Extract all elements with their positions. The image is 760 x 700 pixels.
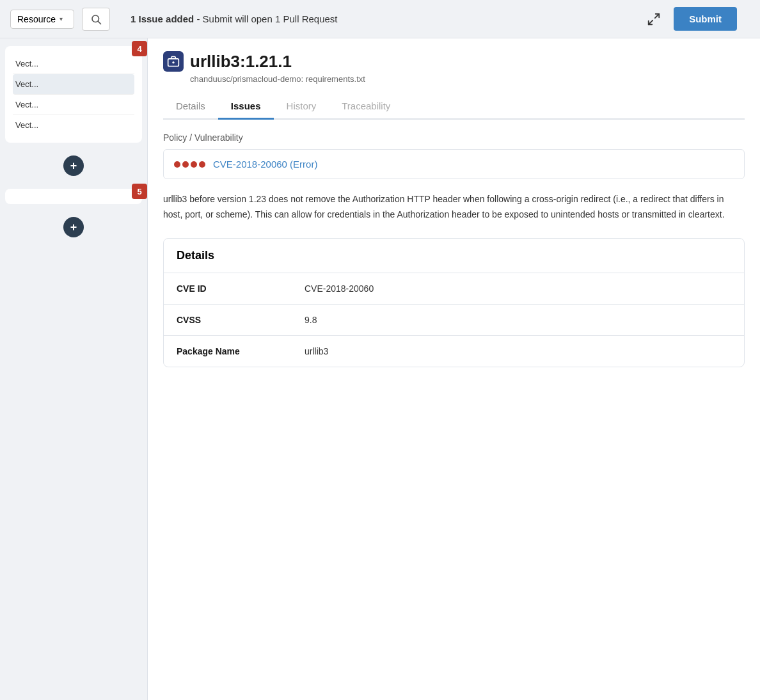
add-button-1[interactable]: + [63,155,84,176]
sidebar-item-1[interactable]: Vect... [13,54,134,74]
severity-dot-2 [182,161,189,168]
sidebar-item-4[interactable]: Vect... [13,115,134,135]
panel-body: Policy / Vulnerability CVE-2018-20060 (E… [148,120,760,700]
tab-details[interactable]: Details [163,94,218,120]
severity-dots [174,161,205,168]
details-row-cvss: CVSS 9.8 [164,305,744,336]
package-name-label: Package Name [177,346,305,356]
submit-button[interactable]: Submit [674,7,737,31]
package-name: urllib3:1.21.1 [190,52,292,72]
cve-id-value: CVE-2018-20060 [305,283,374,294]
details-card: Details CVE ID CVE-2018-20060 CVSS 9.8 P… [163,238,745,367]
tab-issues[interactable]: Issues [218,94,274,120]
cvss-value: 9.8 [305,315,317,325]
expand-icon[interactable] [644,10,663,29]
sidebar-card-1: 4 Vect... Vect... Vect... Vect... [5,46,142,143]
sidebar-item-2[interactable]: Vect... [13,74,134,95]
search-icon [90,13,102,25]
issue-count: 1 Issue added [131,13,194,24]
main-layout: 4 Vect... Vect... Vect... Vect... + 5 + [0,38,760,700]
top-bar: Resource ▾ 1 Issue added - Submit will o… [0,0,760,38]
details-card-title: Details [164,239,744,273]
section-label: Policy / Vulnerability [163,132,745,143]
badge-5: 5 [132,184,147,199]
cve-id-label: CVE ID [177,283,305,294]
chevron-down-icon: ▾ [59,15,63,22]
sidebar-card-2: 5 [5,189,142,204]
add-button-2[interactable]: + [63,217,84,237]
tabs-container: Details Issues History Traceability [163,94,745,120]
package-path: chanduusc/prismacloud-demo: requirements… [190,74,745,84]
details-row-cve-id: CVE ID CVE-2018-20060 [164,273,744,305]
severity-dot-3 [191,161,197,168]
svg-line-2 [655,13,659,17]
package-icon [163,51,184,72]
panel-header: urllib3:1.21.1 chanduusc/prismacloud-dem… [148,38,760,120]
package-title-row: urllib3:1.21.1 [163,51,745,72]
issue-text: 1 Issue added - Submit will open 1 Pull … [131,13,338,24]
cve-item[interactable]: CVE-2018-20060 (Error) [163,149,745,179]
cvss-label: CVSS [177,315,305,325]
severity-dot-4 [199,161,205,168]
tab-history[interactable]: History [274,94,329,120]
package-name-value: urllib3 [305,346,328,356]
search-button[interactable] [82,8,110,31]
svg-line-3 [649,20,653,24]
main-content: urllib3:1.21.1 chanduusc/prismacloud-dem… [147,38,760,700]
badge-4: 4 [132,41,147,56]
svg-line-1 [98,21,100,24]
cve-link[interactable]: CVE-2018-20060 (Error) [213,159,317,170]
sidebar-item-3[interactable]: Vect... [13,95,134,115]
details-row-package-name: Package Name urllib3 [164,336,744,367]
resource-dropdown[interactable]: Resource ▾ [10,10,74,29]
resource-label: Resource [17,14,56,24]
severity-dot-1 [174,161,180,168]
header-actions: Submit [644,7,737,31]
issue-sub-text: - Submit will open 1 Pull Request [196,13,337,24]
header-info: 1 Issue added - Submit will open 1 Pull … [118,7,750,31]
sidebar: 4 Vect... Vect... Vect... Vect... + 5 + [0,38,147,700]
description-text: urllib3 before version 1.23 does not rem… [163,192,745,223]
tab-traceability[interactable]: Traceability [329,94,403,120]
